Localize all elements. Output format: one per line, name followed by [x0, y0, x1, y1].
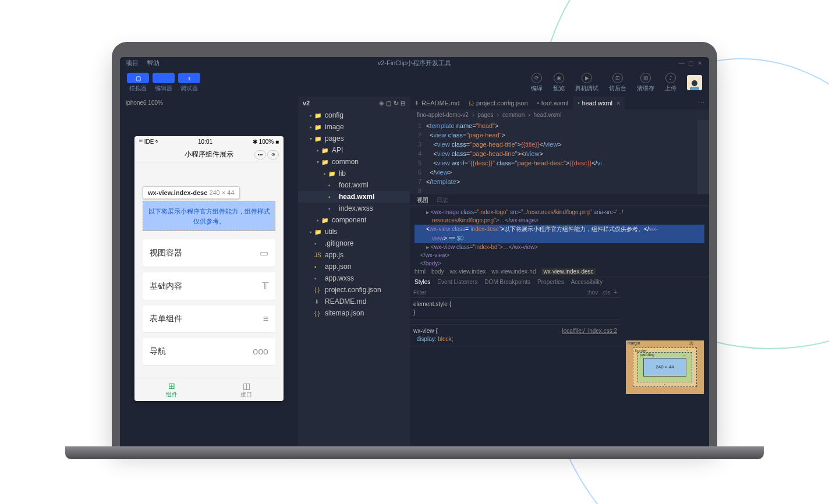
editor-tabs: ⬇README.md{.}project.config.json▪foot.wx… — [410, 97, 709, 109]
tree-head.wxml[interactable]: ▪head.wxml — [298, 191, 410, 203]
tree-sitemap.json[interactable]: {.}sitemap.json — [298, 307, 410, 319]
new-file-icon[interactable]: ⊕ — [379, 100, 384, 107]
explorer-header[interactable]: v2 ⊕ ▢ ↻ ⊟ — [298, 97, 410, 109]
close-tab-icon[interactable]: × — [617, 100, 620, 107]
phone-preview: ᴵᴵᴵ IDE ᵑ 10:01 ✱ 100% ■ 小程序组件展示 ••• ⊙ w… — [134, 136, 284, 401]
tree-README.md[interactable]: ⬇README.md — [298, 296, 410, 307]
time-label: 10:01 — [158, 139, 253, 145]
app-titlebar: 小程序组件展示 ••• ⊙ — [134, 147, 284, 163]
app-title: 小程序组件展示 — [185, 150, 233, 159]
tree-API[interactable]: ▸📁API — [298, 144, 410, 156]
tab-组件[interactable]: ⊞组件 — [134, 378, 209, 401]
styles-tab-DOM Breakpoints[interactable]: DOM Breakpoints — [484, 279, 530, 285]
card-视图容器[interactable]: 视图容器▭ — [143, 239, 275, 267]
inspect-tooltip: wx-view.index-desc 240 × 44 — [143, 186, 240, 199]
dom-breadcrumb[interactable]: htmlbodywx-view.indexwx-view.index-hdwx-… — [410, 267, 709, 276]
toolbar-切后台[interactable]: ⊡切后台 — [609, 73, 626, 93]
close-circle-icon[interactable]: ⊙ — [267, 150, 279, 159]
editor-tab-head.wxml[interactable]: ▪head.wxml× — [573, 97, 625, 109]
dom-tree[interactable]: ▸ <wx-image class="index-logo" src="../r… — [410, 206, 709, 267]
card-基础内容[interactable]: 基础内容𝕋 — [143, 272, 275, 300]
devtools-panel: 视图日志 ▸ <wx-image class="index-logo" src=… — [410, 194, 709, 446]
menubar: 项目 帮助 v2-FinClip小程序开发工具 — ▢ ✕ — [120, 57, 709, 69]
maximize-icon[interactable]: ▢ — [688, 60, 694, 66]
styles-tab-Properties[interactable]: Properties — [537, 279, 564, 285]
styles-tab-Event Listeners[interactable]: Event Listeners — [437, 279, 477, 285]
toolbar-上传[interactable]: ⤴上传 — [665, 73, 676, 93]
new-folder-icon[interactable]: ▢ — [386, 100, 391, 107]
simulator-panel: iphone6 100% ᴵᴵᴵ IDE ᵑ 10:01 ✱ 100% ■ 小程… — [120, 97, 298, 446]
toolbar-编译[interactable]: ⟳编译 — [531, 73, 543, 93]
styles-tab-Accessibility[interactable]: Accessibility — [571, 279, 603, 285]
tree-app.wxss[interactable]: ▪app.wxss — [298, 272, 410, 284]
battery-label: ✱ 100% ■ — [253, 139, 279, 145]
minimize-icon[interactable]: — — [679, 60, 685, 66]
tree-utils[interactable]: ▸📁utils — [298, 226, 410, 237]
more-tabs-icon[interactable]: ⋯ — [693, 100, 709, 107]
window-controls: — ▢ ✕ — [679, 60, 703, 66]
collapse-icon[interactable]: ⊟ — [401, 100, 405, 107]
editor-tab-project.config.json[interactable]: {.}project.config.json — [464, 97, 532, 109]
tree-pages[interactable]: ▾📁pages — [298, 133, 410, 144]
device-info[interactable]: iphone6 100% — [120, 97, 298, 108]
toolbar-预览[interactable]: ◉预览 — [553, 73, 565, 93]
devtool-tab-日志[interactable]: 日志 — [437, 196, 448, 204]
tree-lib[interactable]: ▸📁lib — [298, 168, 410, 179]
tree-project.config.json[interactable]: {.}project.config.json — [298, 284, 410, 296]
tree-.gitignore[interactable]: ▪.gitignore — [298, 237, 410, 249]
minimap[interactable] — [697, 120, 709, 194]
tool-tab-模拟器[interactable]: ▢模拟器 — [127, 73, 149, 93]
menu-help[interactable]: 帮助 — [147, 59, 160, 68]
tree-component[interactable]: ▸📁component — [298, 214, 410, 226]
code-editor[interactable]: 1<template name="head">2 <view class="pa… — [410, 120, 709, 194]
tree-index.wxss[interactable]: ▪index.wxss — [298, 203, 410, 214]
filter-input[interactable]: Filter — [413, 289, 426, 296]
tool-tab-编辑器[interactable]: 编辑器 — [153, 73, 175, 93]
css-rule[interactable]: element.style {} — [410, 298, 621, 320]
card-导航[interactable]: 导航ooo — [143, 338, 275, 365]
toolbar-清缓存[interactable]: ▥清缓存 — [637, 73, 654, 93]
refresh-icon[interactable]: ↻ — [394, 100, 398, 107]
cls-toggle[interactable]: .cls — [601, 289, 610, 296]
hov-toggle[interactable]: :hov — [587, 289, 598, 296]
menu-dots-icon[interactable]: ••• — [254, 150, 266, 159]
editor-tab-foot.wxml[interactable]: ▪foot.wxml — [533, 97, 573, 109]
phone-statusbar: ᴵᴵᴵ IDE ᵑ 10:01 ✱ 100% ■ — [134, 136, 284, 147]
styles-tab-Styles[interactable]: Styles — [414, 279, 430, 285]
tree-app.js[interactable]: JSapp.js — [298, 249, 410, 261]
editor-tab-README.md[interactable]: ⬇README.md — [410, 97, 464, 109]
window-title: v2-FinClip小程序开发工具 — [378, 59, 452, 68]
box-model[interactable]: margin10 border- padding- 240 × 44 - - — [621, 288, 709, 446]
card-表单组件[interactable]: 表单组件≡ — [143, 306, 275, 332]
tool-tab-调试器[interactable]: ⫾调试器 — [178, 73, 200, 93]
tree-image[interactable]: ▸📁image — [298, 121, 410, 133]
menu-project[interactable]: 项目 — [126, 59, 139, 68]
tree-config[interactable]: ▸📁config — [298, 109, 410, 121]
tree-foot.wxml[interactable]: ▪foot.wxml — [298, 179, 410, 191]
add-rule-icon[interactable]: + — [614, 289, 617, 296]
styles-filter: Filter :hov .cls + — [410, 288, 621, 298]
ide-screen: 项目 帮助 v2-FinClip小程序开发工具 — ▢ ✕ ▢模拟器编辑器⫾调试… — [120, 57, 709, 446]
avatar[interactable] — [687, 75, 702, 90]
css-rule[interactable]: localfile:/_index.css:2wx-view { display… — [410, 325, 621, 346]
signal-label: ᴵᴵᴵ IDE ᵑ — [139, 139, 158, 145]
file-explorer: v2 ⊕ ▢ ↻ ⊟ ▸📁config▸📁image▾📁pages▸📁API▾📁… — [298, 97, 410, 446]
toolbar-真机调试[interactable]: ▶真机调试 — [575, 73, 598, 93]
css-rule[interactable]: </span>.index-desc {<br>&nbsp;&nbsp;<spa… — [410, 320, 621, 325]
tree-app.json[interactable]: ▪app.json — [298, 261, 410, 272]
highlighted-element[interactable]: 以下将展示小程序官方组件能力，组件样式仅供参考。 — [143, 201, 275, 231]
tree-common[interactable]: ▾📁common — [298, 156, 410, 168]
breadcrumb[interactable]: fino-applet-demo-v2 › pages › common › h… — [410, 109, 709, 120]
close-icon[interactable]: ✕ — [697, 60, 703, 66]
devtool-tab-视图[interactable]: 视图 — [417, 196, 428, 204]
tab-接口[interactable]: ◫接口 — [209, 378, 284, 401]
laptop-frame: 项目 帮助 v2-FinClip小程序开发工具 — ▢ ✕ ▢模拟器编辑器⫾调试… — [112, 42, 717, 446]
toolbar: ▢模拟器编辑器⫾调试器 ⟳编译◉预览▶真机调试⊡切后台▥清缓存⤴上传 — [120, 69, 709, 97]
